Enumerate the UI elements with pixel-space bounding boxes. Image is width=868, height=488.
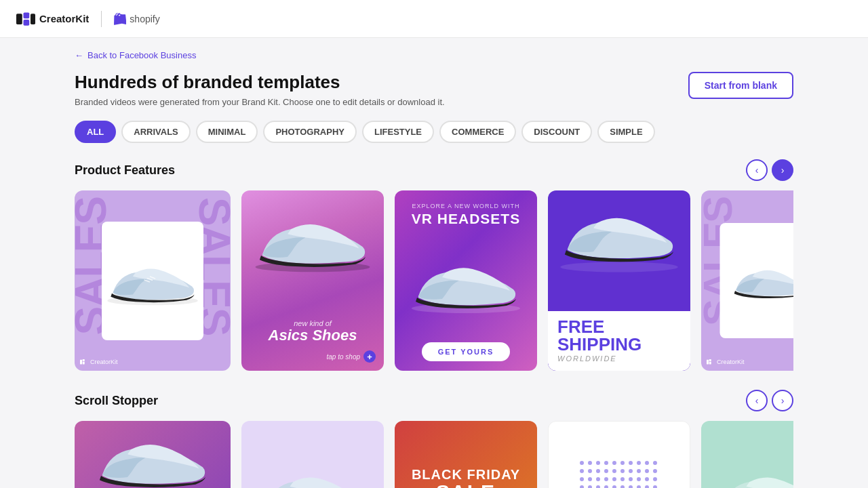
- card5-inner-box: [720, 223, 794, 338]
- scroll-card-2[interactable]: [241, 421, 384, 488]
- product-card-1[interactable]: SALES SALES: [75, 190, 231, 371]
- logo-area: CreatorKit shopify: [16, 11, 160, 27]
- header: CreatorKit shopify: [0, 0, 868, 38]
- sc3-black-friday: BLACK FRIDAY: [412, 467, 520, 482]
- shipping-text: SHIPPING: [557, 336, 681, 353]
- svg-rect-10: [83, 362, 85, 364]
- product-card-4[interactable]: FREE SHIPPING WORLDWIDE: [548, 190, 690, 371]
- tap-text: tap to shop: [327, 353, 360, 361]
- product-cards-row: SALES SALES: [75, 190, 793, 371]
- svg-rect-0: [16, 14, 22, 24]
- sc3-sale: SALE: [412, 482, 520, 488]
- filter-tab-arrivals[interactable]: ARRIVALS: [121, 121, 190, 143]
- dots-grid: [580, 461, 658, 488]
- scroll-nav-buttons: ‹ ›: [746, 390, 793, 411]
- page-subtitle: Branded videos were generated from your …: [75, 97, 445, 107]
- ck-badge-5: CreatorKit: [707, 359, 745, 365]
- svg-rect-3: [31, 14, 35, 24]
- card3-header: EXPLORE A NEW WORLD WITH VR HEADSETS: [412, 203, 520, 226]
- tap-plus-icon: +: [363, 350, 376, 363]
- card3-subtitle: EXPLORE A NEW WORLD WITH: [412, 203, 520, 209]
- card3-title: VR HEADSETS: [412, 211, 520, 226]
- worldwide-text: WORLDWIDE: [557, 354, 681, 363]
- tap-to-shop: tap to shop +: [327, 350, 376, 363]
- product-next-button[interactable]: ›: [772, 159, 793, 181]
- get-yours-button[interactable]: GET YOURS: [422, 342, 511, 361]
- scroll-card-5[interactable]: [701, 421, 793, 488]
- svg-rect-16: [709, 362, 711, 364]
- svg-rect-15: [709, 359, 711, 361]
- filter-tab-photography[interactable]: PHOTOGRAPHY: [263, 121, 357, 143]
- product-card-2[interactable]: new kind of Asics Shoes tap to shop +: [241, 190, 384, 371]
- section-header-scroll: Scroll Stopper ‹ ›: [75, 390, 793, 411]
- product-features-title: Product Features: [75, 163, 175, 178]
- card1-inner-box: [102, 222, 203, 340]
- back-link-text: Back to Facebook Business: [87, 50, 196, 60]
- sc3-text: BLACK FRIDAY SALE ✦: [412, 467, 520, 488]
- logo-divider: [101, 11, 102, 27]
- back-link[interactable]: ← Back to Facebook Business: [75, 50, 196, 60]
- creatorkit-text: CreatorKit: [39, 13, 89, 24]
- page-title-area: Hundreds of branded templates Branded vi…: [75, 72, 445, 107]
- svg-rect-9: [83, 359, 85, 361]
- svg-point-13: [560, 262, 677, 272]
- card2-big: Asics Shoes: [241, 327, 384, 344]
- ck-badge-text-1: CreatorKit: [90, 359, 118, 365]
- page-title: Hundreds of branded templates: [75, 72, 445, 93]
- filter-tab-all[interactable]: ALL: [75, 121, 116, 143]
- svg-rect-2: [24, 19, 30, 25]
- shopify-logo: shopify: [114, 13, 159, 25]
- scroll-stopper-section: Scroll Stopper ‹ › new kind of Asics Sho…: [75, 390, 793, 488]
- scroll-card-3[interactable]: BLACK FRIDAY SALE ✦: [395, 421, 537, 488]
- start-blank-button[interactable]: Start from blank: [688, 72, 793, 99]
- product-nav-buttons: ‹ ›: [746, 159, 793, 181]
- back-arrow: ←: [75, 50, 83, 60]
- shopify-text: shopify: [130, 14, 159, 24]
- svg-rect-14: [707, 360, 709, 365]
- filter-tab-simple[interactable]: SIMPLE: [597, 121, 654, 143]
- section-header-product: Product Features ‹ ›: [75, 159, 793, 181]
- filter-tab-lifestyle[interactable]: LIFESTYLE: [362, 121, 434, 143]
- scroll-prev-button[interactable]: ‹: [746, 390, 768, 411]
- filter-tab-minimal[interactable]: MINIMAL: [196, 121, 258, 143]
- product-card-5[interactable]: SALES SALES CreatorK: [701, 190, 793, 371]
- free-text: FREE: [557, 318, 681, 336]
- breadcrumb-bar: ← Back to Facebook Business: [0, 38, 868, 66]
- scroll-cards-row: new kind of Asics Shoes BLACK FRIDAY: [75, 421, 793, 488]
- filter-tab-discount[interactable]: DISCOUNT: [521, 121, 592, 143]
- creatorkit-logo[interactable]: CreatorKit: [16, 12, 89, 26]
- card2-small: new kind of: [241, 319, 384, 327]
- svg-rect-1: [24, 12, 30, 18]
- product-card-3[interactable]: EXPLORE A NEW WORLD WITH VR HEADSETS GET…: [395, 190, 537, 371]
- ck-badge-1: CreatorKit: [80, 359, 118, 365]
- scroll-card-1[interactable]: new kind of Asics Shoes: [75, 421, 231, 488]
- scroll-stopper-title: Scroll Stopper: [75, 394, 158, 408]
- svg-rect-8: [80, 360, 82, 365]
- page-header: Hundreds of branded templates Branded vi…: [75, 72, 793, 107]
- product-features-section: Product Features ‹ › SALES SALES: [75, 159, 793, 371]
- scroll-next-button[interactable]: ›: [772, 390, 793, 411]
- card2-text: new kind of Asics Shoes: [241, 319, 384, 344]
- scroll-card-4[interactable]: [548, 421, 690, 488]
- filter-tabs: ALL ARRIVALS MINIMAL PHOTOGRAPHY LIFESTY…: [75, 121, 793, 143]
- filter-tab-commerce[interactable]: COMMERCE: [439, 121, 516, 143]
- card4-bottom: FREE SHIPPING WORLDWIDE: [548, 311, 690, 371]
- main-content: Hundreds of branded templates Branded vi…: [0, 66, 868, 488]
- product-prev-button[interactable]: ‹: [746, 159, 768, 181]
